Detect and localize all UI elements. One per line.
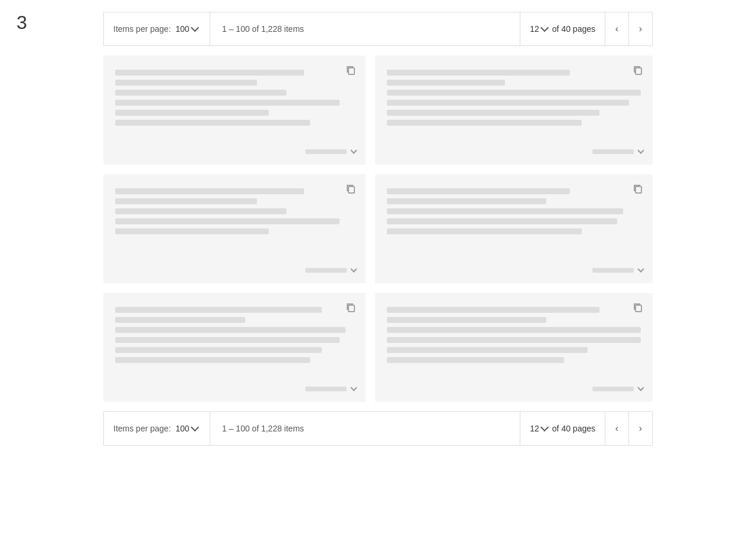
- page-number: 3: [17, 12, 27, 34]
- skeleton-line: [115, 100, 340, 106]
- bottom-page-value: 12: [530, 424, 539, 433]
- card-6-copy-icon[interactable]: [633, 302, 643, 313]
- skeleton-line: [115, 317, 245, 323]
- footer-skeleton: [592, 387, 634, 391]
- footer-skeleton: [592, 268, 634, 273]
- skeleton-line: [115, 198, 257, 204]
- card-5-footer: [305, 385, 356, 392]
- skeleton-line: [387, 80, 505, 86]
- card-4-footer: [592, 267, 643, 274]
- skeleton-line: [387, 317, 546, 323]
- top-of-pages: of 40 pages: [552, 24, 595, 34]
- bottom-pagination-bar: Items per page: 100 1 – 100 of 1,228 ite…: [103, 411, 653, 446]
- skeleton-line: [115, 228, 269, 234]
- card-2-copy-icon[interactable]: [633, 65, 643, 76]
- card-1-skeleton: [115, 70, 354, 126]
- card-4-expand-icon[interactable]: [637, 266, 644, 272]
- card-3-expand-icon[interactable]: [350, 266, 357, 272]
- bottom-items-per-page-value: 100: [175, 424, 189, 433]
- bottom-next-button[interactable]: ›: [628, 411, 652, 446]
- card-5-skeleton: [115, 307, 354, 363]
- card-6-footer: [592, 385, 643, 392]
- top-items-count: 1 – 100 of 1,228 items: [210, 24, 520, 34]
- svg-rect-5: [636, 305, 641, 312]
- card-4: [375, 174, 653, 283]
- skeleton-line: [115, 327, 346, 333]
- card-4-copy-icon[interactable]: [633, 184, 643, 194]
- top-items-per-page-chevron: [191, 24, 199, 32]
- skeleton-line: [387, 188, 570, 194]
- footer-skeleton: [305, 149, 347, 154]
- bottom-items-per-page-label: Items per page:: [113, 424, 171, 433]
- card-6-skeleton: [387, 307, 641, 363]
- card-1-expand-icon[interactable]: [350, 147, 357, 153]
- top-prev-button[interactable]: ‹: [605, 12, 628, 46]
- card-2-expand-icon[interactable]: [637, 147, 644, 153]
- svg-rect-2: [348, 187, 354, 193]
- svg-rect-4: [348, 305, 354, 312]
- top-next-arrow: ›: [639, 24, 642, 34]
- card-5-copy-icon[interactable]: [346, 302, 356, 313]
- card-1-footer: [305, 148, 356, 155]
- card-1-copy-icon[interactable]: [346, 65, 356, 76]
- skeleton-line: [387, 307, 599, 313]
- skeleton-line: [387, 110, 599, 116]
- top-prev-arrow: ‹: [615, 24, 618, 34]
- card-5-expand-icon[interactable]: [350, 384, 357, 391]
- skeleton-line: [387, 70, 570, 76]
- card-3-skeleton: [115, 188, 354, 234]
- svg-rect-0: [348, 68, 354, 74]
- top-items-per-page: Items per page: 100: [104, 12, 210, 45]
- bottom-of-pages: of 40 pages: [552, 424, 595, 433]
- skeleton-line: [387, 337, 641, 343]
- bottom-prev-button[interactable]: ‹: [605, 411, 628, 446]
- card-3-copy-icon[interactable]: [346, 184, 356, 194]
- top-page-value: 12: [530, 24, 539, 34]
- card-3: [103, 174, 366, 283]
- skeleton-line: [115, 80, 257, 86]
- card-2-footer: [592, 148, 643, 155]
- top-page-select[interactable]: 12: [530, 24, 548, 34]
- skeleton-line: [387, 100, 629, 106]
- skeleton-line: [115, 208, 286, 214]
- card-2-skeleton: [387, 70, 641, 126]
- card-2: [375, 55, 653, 165]
- bottom-prev-arrow: ‹: [615, 423, 618, 434]
- skeleton-line: [387, 208, 623, 214]
- top-pagination-bar: Items per page: 100 1 – 100 of 1,228 ite…: [103, 12, 653, 46]
- svg-rect-1: [636, 68, 641, 74]
- bottom-items-per-page: Items per page: 100: [104, 412, 210, 445]
- skeleton-line: [115, 347, 322, 353]
- skeleton-line: [387, 228, 582, 234]
- top-items-per-page-select[interactable]: 100: [175, 24, 197, 34]
- skeleton-line: [115, 357, 310, 363]
- card-6-expand-icon[interactable]: [637, 384, 644, 391]
- top-items-per-page-value: 100: [175, 24, 189, 34]
- skeleton-line: [115, 188, 304, 194]
- content-grid: [103, 55, 653, 402]
- top-next-button[interactable]: ›: [628, 12, 652, 46]
- bottom-page-selector: 12 of 40 pages: [520, 412, 605, 445]
- skeleton-line: [115, 337, 340, 343]
- bottom-next-arrow: ›: [639, 423, 642, 434]
- skeleton-line: [115, 120, 310, 126]
- bottom-items-per-page-chevron: [191, 423, 199, 431]
- footer-skeleton: [305, 268, 347, 273]
- top-page-chevron: [540, 24, 549, 32]
- top-page-selector: 12 of 40 pages: [520, 12, 605, 45]
- bottom-page-select[interactable]: 12: [530, 424, 548, 433]
- card-5: [103, 293, 366, 402]
- bottom-items-count: 1 – 100 of 1,228 items: [210, 424, 520, 433]
- skeleton-line: [115, 90, 286, 96]
- bottom-page-chevron: [540, 423, 549, 431]
- skeleton-line: [387, 357, 564, 363]
- svg-rect-3: [636, 187, 641, 193]
- card-4-skeleton: [387, 188, 641, 234]
- skeleton-line: [387, 90, 641, 96]
- skeleton-line: [387, 198, 546, 204]
- bottom-items-per-page-select[interactable]: 100: [175, 424, 197, 433]
- skeleton-line: [115, 70, 304, 76]
- card-3-footer: [305, 267, 356, 274]
- skeleton-line: [387, 120, 582, 126]
- footer-skeleton: [592, 149, 634, 154]
